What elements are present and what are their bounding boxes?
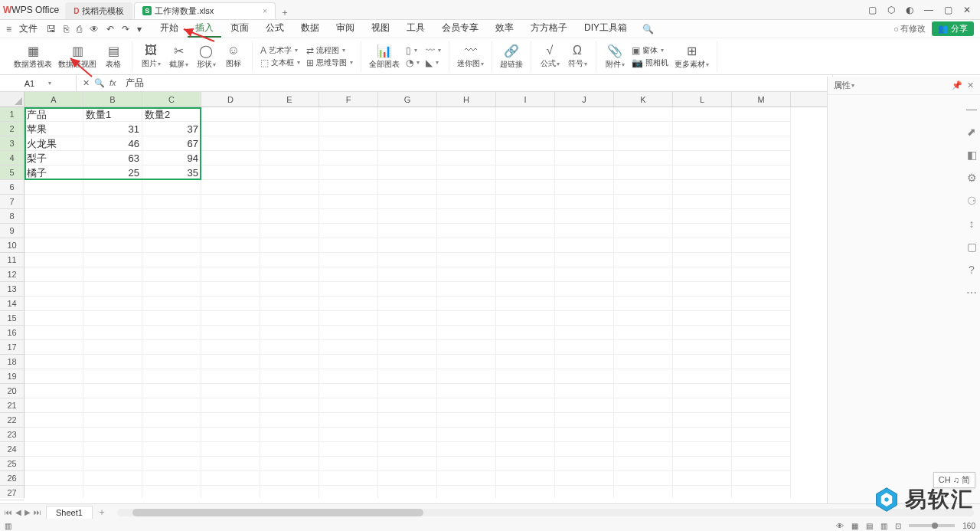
column-header[interactable]: M bbox=[732, 92, 791, 107]
row-header[interactable]: 18 bbox=[0, 355, 24, 369]
column-header[interactable]: B bbox=[83, 92, 142, 107]
cell[interactable] bbox=[732, 209, 791, 224]
cell[interactable]: 35 bbox=[142, 166, 201, 180]
cell[interactable] bbox=[142, 253, 201, 267]
column-header[interactable]: F bbox=[319, 92, 378, 107]
cell[interactable] bbox=[496, 471, 555, 486]
cell[interactable]: 63 bbox=[83, 151, 142, 166]
cell[interactable] bbox=[555, 369, 614, 384]
cell[interactable] bbox=[319, 166, 378, 180]
cell[interactable] bbox=[673, 428, 732, 442]
cell[interactable] bbox=[142, 384, 201, 398]
cell[interactable]: 产品 bbox=[24, 107, 83, 122]
cell[interactable] bbox=[555, 428, 614, 442]
cell[interactable] bbox=[555, 457, 614, 471]
cell[interactable] bbox=[319, 471, 378, 486]
window-minimize-icon[interactable]: — bbox=[924, 5, 933, 15]
sheet-add-button[interactable]: ＋ bbox=[93, 506, 111, 519]
cell[interactable] bbox=[732, 428, 791, 442]
cell[interactable] bbox=[319, 297, 378, 311]
cell[interactable] bbox=[83, 253, 142, 267]
cell[interactable] bbox=[614, 355, 673, 369]
cell[interactable] bbox=[555, 413, 614, 428]
cell[interactable] bbox=[201, 180, 260, 195]
cell[interactable] bbox=[260, 180, 319, 195]
cell[interactable] bbox=[614, 122, 673, 136]
rail-minimize-icon[interactable]: — bbox=[966, 103, 977, 115]
cell[interactable] bbox=[260, 384, 319, 398]
cell[interactable] bbox=[24, 442, 83, 457]
column-header[interactable]: K bbox=[614, 92, 673, 107]
cell[interactable] bbox=[496, 180, 555, 195]
cell[interactable] bbox=[732, 297, 791, 311]
cell[interactable] bbox=[732, 136, 791, 151]
row-header[interactable]: 22 bbox=[0, 413, 24, 428]
cell[interactable] bbox=[732, 253, 791, 267]
cell[interactable] bbox=[319, 180, 378, 195]
panel-pin-icon[interactable]: 📌 bbox=[952, 80, 962, 90]
cell[interactable] bbox=[555, 267, 614, 282]
cell[interactable] bbox=[24, 238, 83, 253]
cell[interactable]: 46 bbox=[83, 136, 142, 151]
window-maximize-icon[interactable]: ▢ bbox=[944, 5, 952, 15]
cell[interactable] bbox=[673, 311, 732, 326]
cell[interactable] bbox=[83, 282, 142, 297]
cell[interactable]: 火龙果 bbox=[24, 136, 83, 151]
cell[interactable] bbox=[319, 311, 378, 326]
cell[interactable] bbox=[673, 340, 732, 355]
cell[interactable] bbox=[378, 384, 437, 398]
cell[interactable] bbox=[732, 180, 791, 195]
cell[interactable] bbox=[201, 224, 260, 238]
cell[interactable] bbox=[614, 180, 673, 195]
cell[interactable] bbox=[378, 195, 437, 209]
row-header[interactable]: 26 bbox=[0, 471, 24, 486]
row-header[interactable]: 13 bbox=[0, 282, 24, 297]
cell[interactable] bbox=[614, 428, 673, 442]
row-header[interactable]: 21 bbox=[0, 398, 24, 413]
cell[interactable]: 苹果 bbox=[24, 122, 83, 136]
cell[interactable] bbox=[614, 471, 673, 486]
cell[interactable] bbox=[83, 326, 142, 340]
cell[interactable] bbox=[496, 136, 555, 151]
cell[interactable] bbox=[142, 398, 201, 413]
cell[interactable] bbox=[83, 209, 142, 224]
zoom-slider[interactable] bbox=[909, 524, 955, 527]
cell[interactable] bbox=[142, 311, 201, 326]
area-chart-button[interactable]: ◣▾ bbox=[426, 57, 441, 68]
cell[interactable] bbox=[378, 282, 437, 297]
cell[interactable]: 橘子 bbox=[24, 166, 83, 180]
cell[interactable] bbox=[260, 326, 319, 340]
cell[interactable]: 25 bbox=[83, 166, 142, 180]
cell[interactable] bbox=[437, 253, 496, 267]
cell[interactable] bbox=[732, 340, 791, 355]
cell[interactable] bbox=[378, 398, 437, 413]
cell[interactable] bbox=[201, 166, 260, 180]
row-header[interactable]: 11 bbox=[0, 253, 24, 267]
cell[interactable] bbox=[732, 267, 791, 282]
cell[interactable] bbox=[496, 384, 555, 398]
row-header[interactable]: 3 bbox=[0, 136, 24, 151]
cell[interactable] bbox=[319, 457, 378, 471]
row-header[interactable]: 5 bbox=[0, 166, 24, 180]
row-header[interactable]: 6 bbox=[0, 180, 24, 195]
rail-more-icon[interactable]: ⋯ bbox=[966, 287, 977, 299]
cell[interactable] bbox=[614, 151, 673, 166]
cell[interactable] bbox=[614, 311, 673, 326]
cell[interactable] bbox=[378, 413, 437, 428]
cell[interactable]: 梨子 bbox=[24, 151, 83, 166]
cell[interactable] bbox=[437, 340, 496, 355]
cell[interactable] bbox=[614, 384, 673, 398]
cell[interactable] bbox=[673, 180, 732, 195]
cell[interactable] bbox=[83, 180, 142, 195]
cell[interactable] bbox=[378, 253, 437, 267]
row-header[interactable]: 4 bbox=[0, 151, 24, 166]
cell[interactable] bbox=[378, 340, 437, 355]
table-button[interactable]: ▤表格 bbox=[103, 44, 124, 70]
file-menu[interactable]: 文件 bbox=[15, 22, 42, 35]
row-header[interactable]: 7 bbox=[0, 195, 24, 209]
cell[interactable] bbox=[732, 238, 791, 253]
cell[interactable] bbox=[496, 486, 555, 498]
cell[interactable] bbox=[319, 107, 378, 122]
cell[interactable] bbox=[437, 297, 496, 311]
cell[interactable] bbox=[201, 326, 260, 340]
